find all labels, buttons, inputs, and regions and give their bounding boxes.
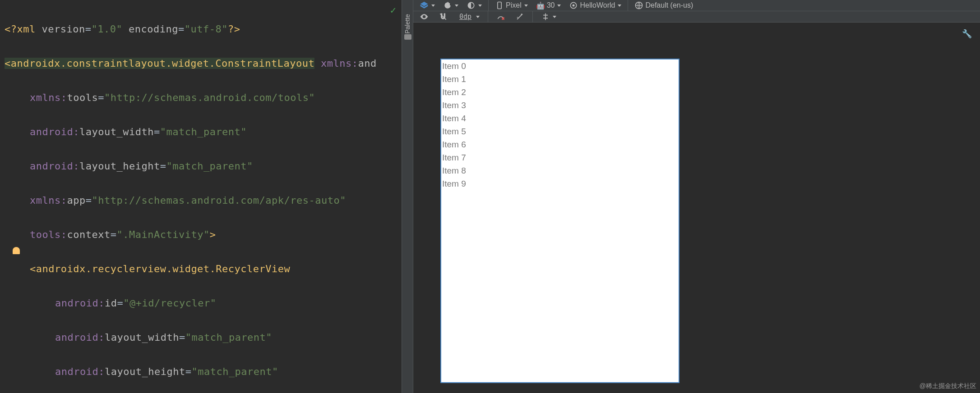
list-item: Item 7 xyxy=(441,151,679,164)
clear-constraints-icon xyxy=(496,12,505,21)
list-item: Item 0 xyxy=(441,59,679,73)
margin-value: 0dp xyxy=(458,13,473,21)
design-surface-button[interactable] xyxy=(418,0,437,11)
code-content: <?xml version="1.0" encoding="utf-8"?> <… xyxy=(5,4,377,393)
wand-icon xyxy=(515,12,524,21)
device-selector[interactable]: Pixel xyxy=(493,0,530,11)
clear-constraints-button[interactable] xyxy=(495,11,507,22)
api-label: 30 xyxy=(547,1,555,9)
design-toolbar-second: 0dp xyxy=(413,11,980,23)
theme-icon xyxy=(569,1,578,10)
list-item: Item 9 xyxy=(441,177,679,190)
locale-label: Default (en-us) xyxy=(645,1,693,9)
code-editor[interactable]: ✓ <?xml version="1.0" encoding="utf-8"?>… xyxy=(0,0,402,393)
default-margin-button[interactable]: 0dp xyxy=(456,12,481,22)
svg-point-3 xyxy=(573,5,575,7)
list-item: Item 5 xyxy=(441,125,679,138)
guideline-icon xyxy=(541,12,550,21)
night-mode-button[interactable] xyxy=(465,0,484,11)
recycler-preview: Item 0Item 1Item 2Item 3Item 4Item 5Item… xyxy=(441,59,679,190)
analysis-ok-icon: ✓ xyxy=(390,5,396,16)
eye-icon xyxy=(420,12,429,21)
android-icon: 🤖 xyxy=(536,1,545,10)
view-options-button[interactable] xyxy=(418,11,430,22)
list-item: Item 1 xyxy=(441,73,679,86)
list-item: Item 2 xyxy=(441,86,679,99)
design-toolbar-top: Pixel 🤖 30 HelloWorld Default (en-us) xyxy=(413,0,980,11)
phone-icon xyxy=(495,1,504,10)
palette-label: Palette xyxy=(404,14,411,34)
layout-preview: Pixel 🤖 30 HelloWorld Default (en-us) 0d… xyxy=(413,0,980,393)
moon-icon xyxy=(467,1,476,10)
list-item: Item 4 xyxy=(441,112,679,125)
theme-selector[interactable]: HelloWorld xyxy=(567,0,623,11)
device-label: Pixel xyxy=(506,1,522,9)
globe-icon xyxy=(634,1,643,10)
orientation-button[interactable] xyxy=(441,0,460,11)
rotate-icon xyxy=(443,1,452,10)
magnet-icon xyxy=(439,12,448,21)
device-frame[interactable]: Item 0Item 1Item 2Item 3Item 4Item 5Item… xyxy=(440,59,680,383)
layers-icon xyxy=(420,1,429,10)
infer-constraints-button[interactable] xyxy=(513,11,526,22)
list-item: Item 3 xyxy=(441,99,679,112)
svg-rect-1 xyxy=(498,2,501,9)
palette-sidebar[interactable]: Palette xyxy=(402,0,413,393)
component-tree-icon[interactable] xyxy=(404,34,411,40)
list-item: Item 8 xyxy=(441,164,679,177)
autoconnect-button[interactable] xyxy=(437,11,449,22)
design-surface[interactable]: 🔧 Item 0Item 1Item 2Item 3Item 4Item 5It… xyxy=(413,23,980,393)
watermark: @稀土掘金技术社区 xyxy=(920,382,976,390)
api-selector[interactable]: 🤖 30 xyxy=(534,0,563,11)
list-item: Item 6 xyxy=(441,138,679,151)
guidelines-button[interactable] xyxy=(539,11,558,22)
locale-selector[interactable]: Default (en-us) xyxy=(633,0,695,11)
wrench-icon[interactable]: 🔧 xyxy=(962,29,972,38)
theme-label: HelloWorld xyxy=(580,1,615,9)
